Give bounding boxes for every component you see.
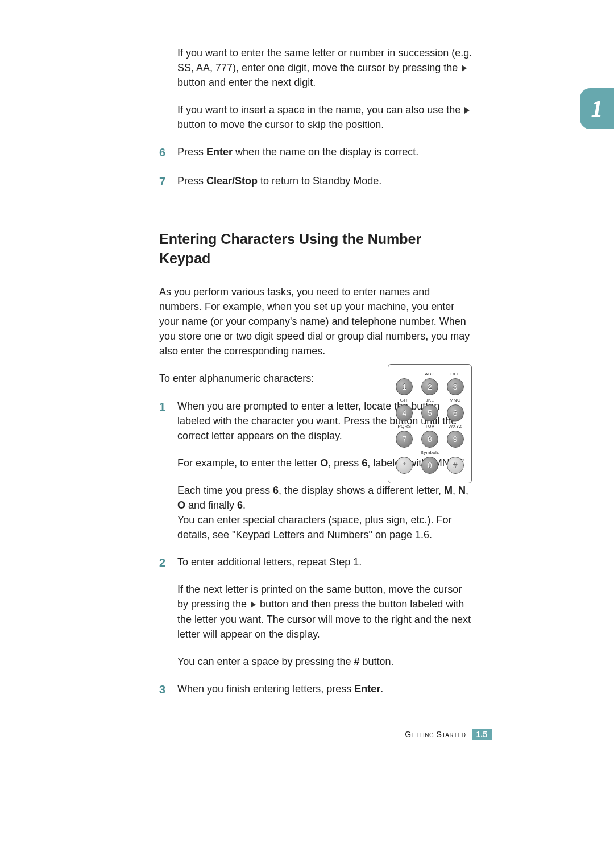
right-triangle-icon [462, 65, 467, 72]
continuation-block: If you want to enter the same letter or … [159, 46, 475, 132]
right-triangle-icon [251, 601, 256, 608]
step-number: 2 [159, 555, 167, 669]
step-body: When you finish entering letters, press … [177, 681, 475, 698]
step-6: 6 Press Enter when the name on the displ… [159, 144, 475, 161]
keypad-row-2: GHI4 JKL5 MNO6 [392, 398, 468, 421]
step-3: 3 When you finish entering letters, pres… [159, 681, 475, 698]
keypad-key-4: 4 [396, 404, 413, 421]
chapter-tab: 1 [580, 88, 614, 129]
keypad-key-9: 9 [447, 431, 464, 448]
keypad-row-1: 1 ABC2 DEF3 [392, 371, 468, 395]
keypad-figure: 1 ABC2 DEF3 GHI4 JKL5 MNO6 PQRS7 TUV8 WX… [388, 364, 472, 483]
s2-p3: You can enter a space by pressing the # … [177, 654, 475, 669]
s2-p2: If the next letter is printed on the sam… [177, 582, 475, 641]
intro-para-1: If you want to enter the same letter or … [177, 46, 475, 90]
step-7: 7 Press Clear/Stop to return to Standby … [159, 173, 475, 190]
keypad-key-3: 3 [447, 378, 464, 395]
section-intro: As you perform various tasks, you need t… [159, 284, 475, 358]
section-heading: Entering Characters Using the Number Key… [159, 230, 475, 268]
keypad-key-0: 0 [421, 457, 438, 474]
page-footer: Getting Started 1.5 [405, 729, 492, 740]
step-number: 3 [159, 681, 167, 698]
step-number: 7 [159, 173, 167, 190]
keypad-key-8: 8 [421, 431, 438, 448]
s2-p1: To enter additional letters, repeat Step… [177, 555, 475, 569]
keypad-key-6: 6 [447, 404, 464, 421]
manual-page: 1 If you want to enter the same letter o… [0, 0, 614, 868]
keypad-key-star: * [396, 457, 413, 474]
chapter-number: 1 [591, 95, 603, 122]
keypad-key-hash: # [447, 457, 464, 474]
keypad-key-2: 2 [421, 378, 438, 395]
s1-p3: Each time you press 6, the display shows… [177, 483, 475, 512]
step-number: 6 [159, 144, 167, 161]
step-2: 2 To enter additional letters, repeat St… [159, 555, 475, 669]
step-body: Press Enter when the name on the display… [177, 144, 475, 161]
step-number: 1 [159, 399, 167, 543]
keypad-key-7: 7 [396, 431, 413, 448]
right-triangle-icon [464, 107, 470, 114]
intro-para-2: If you want to insert a space in the nam… [177, 102, 475, 132]
page-number: 1.5 [472, 729, 492, 740]
step-body: To enter additional letters, repeat Step… [177, 555, 475, 669]
keypad-key-1: 1 [396, 378, 413, 395]
step-body: Press Clear/Stop to return to Standby Mo… [177, 173, 475, 190]
keypad-row-3: PQRS7 TUV8 WXYZ9 [392, 424, 468, 448]
s1-p4: You can enter special characters (space,… [177, 512, 475, 542]
footer-section-label: Getting Started [405, 730, 466, 739]
keypad-row-4: * Symbols0 # [392, 450, 468, 474]
keypad-key-5: 5 [421, 404, 438, 421]
